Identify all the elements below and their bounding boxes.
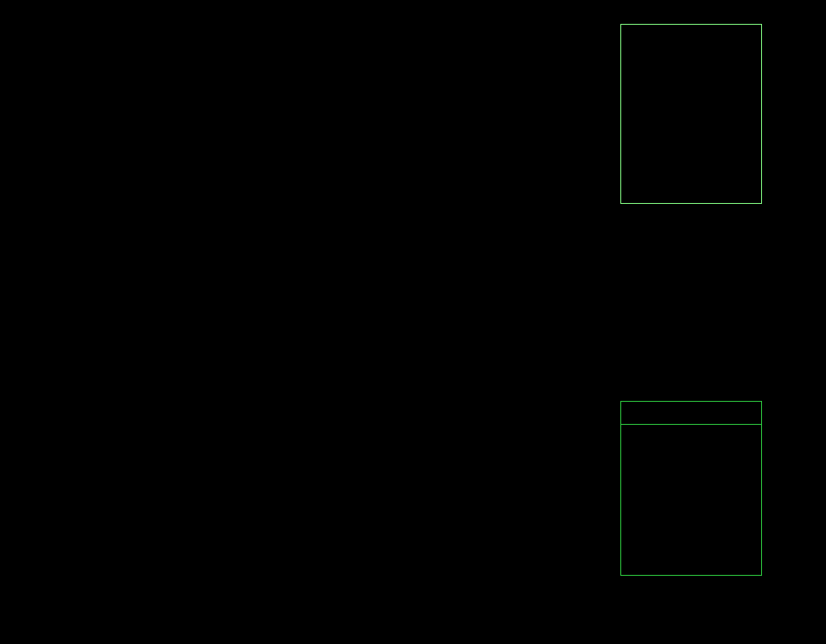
thumbnail-plot-evidence [544,281,760,366]
thumbnail-original-ionogram [31,281,247,366]
thumbnail-plot-original [31,281,247,366]
thumbnail-plot-eliminate [288,281,503,366]
autoscala-table-title [621,25,761,46]
aip-table-border [620,401,762,576]
aip-output-table [620,401,764,601]
thumbnail-eliminate-reflections [288,281,503,366]
ionogram-plot-top [0,15,619,268]
autoscala-app-window [0,0,826,644]
aip-header-divider [620,424,762,425]
autoscala-output-table [620,24,762,204]
thumbnail-evidence-f2 [544,281,760,366]
ionogram-plot-bottom [0,391,619,643]
